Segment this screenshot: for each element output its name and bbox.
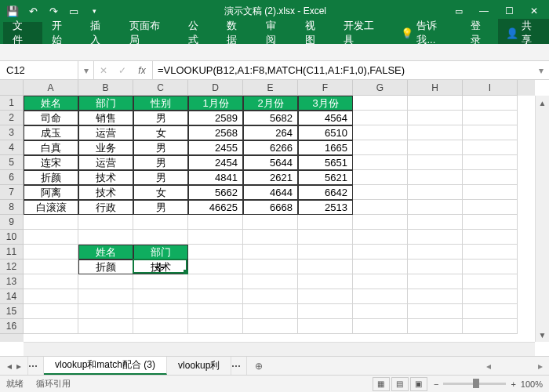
hscroll-left-icon[interactable]: ◂ xyxy=(486,361,491,372)
cell[interactable] xyxy=(188,289,243,304)
hscroll-right-icon[interactable]: ▸ xyxy=(538,361,543,372)
tab-developer[interactable]: 开发工具 xyxy=(334,22,393,44)
nav-prev-icon[interactable]: ◂ xyxy=(7,361,12,372)
col-header-C[interactable]: C xyxy=(133,80,188,96)
cell[interactable] xyxy=(353,304,408,319)
row-header-14[interactable]: 14 xyxy=(0,289,24,304)
cell[interactable] xyxy=(463,319,518,334)
cell[interactable] xyxy=(463,125,518,140)
cell[interactable] xyxy=(133,319,188,334)
qat-dropdown-icon[interactable]: ▾ xyxy=(85,2,104,20)
cell[interactable] xyxy=(408,140,463,155)
cell[interactable]: 女 xyxy=(133,125,188,140)
cell[interactable] xyxy=(463,245,518,260)
cell[interactable] xyxy=(298,215,353,230)
cell[interactable]: 2455 xyxy=(188,140,243,155)
cell[interactable]: 男 xyxy=(133,140,188,155)
vertical-scrollbar[interactable]: ▲ ▼ xyxy=(535,96,549,342)
cell[interactable]: 6510 xyxy=(298,125,353,140)
sheet-tab-other[interactable]: vlookup利 xyxy=(167,357,231,375)
cell[interactable] xyxy=(133,289,188,304)
cell[interactable]: 折颜 xyxy=(78,260,133,274)
cell[interactable] xyxy=(463,289,518,304)
name-box[interactable]: C12 xyxy=(0,61,78,79)
cell[interactable] xyxy=(24,215,78,230)
cell[interactable] xyxy=(243,230,298,245)
tab-data[interactable]: 数据 xyxy=(217,22,256,44)
cell[interactable] xyxy=(463,185,518,200)
cell[interactable] xyxy=(78,289,133,304)
row-header-7[interactable]: 7 xyxy=(0,185,24,200)
scroll-down-icon[interactable]: ▼ xyxy=(536,328,549,342)
row-header-2[interactable]: 2 xyxy=(0,111,24,125)
nav-next-icon[interactable]: ▸ xyxy=(16,361,21,372)
cell[interactable] xyxy=(243,215,298,230)
cell[interactable]: 3月份 xyxy=(298,96,353,111)
cell[interactable]: 运营 xyxy=(78,125,133,140)
cell[interactable]: 2454 xyxy=(188,155,243,170)
cell[interactable] xyxy=(188,274,243,289)
cell[interactable] xyxy=(353,230,408,245)
cell[interactable] xyxy=(188,260,243,274)
cell[interactable]: 成玉 xyxy=(24,125,78,140)
cell[interactable] xyxy=(243,289,298,304)
maximize-icon[interactable]: ☐ xyxy=(497,2,521,20)
tell-me[interactable]: 💡告诉我... xyxy=(393,19,462,47)
col-header-G[interactable]: G xyxy=(353,80,408,96)
cell[interactable] xyxy=(408,170,463,185)
cell[interactable]: 5682 xyxy=(243,111,298,125)
cell[interactable]: 2589 xyxy=(188,111,243,125)
cell[interactable] xyxy=(188,319,243,334)
cell[interactable] xyxy=(408,215,463,230)
cell[interactable] xyxy=(408,304,463,319)
cell[interactable] xyxy=(353,96,408,111)
col-header-E[interactable]: E xyxy=(243,80,298,96)
cell[interactable]: 6668 xyxy=(243,200,298,215)
row-header-11[interactable]: 11 xyxy=(0,245,24,260)
cell[interactable] xyxy=(463,274,518,289)
cell[interactable] xyxy=(353,185,408,200)
undo-icon[interactable]: ↶ xyxy=(24,2,42,20)
cell[interactable] xyxy=(24,274,78,289)
col-header-F[interactable]: F xyxy=(298,80,353,96)
cell[interactable] xyxy=(133,215,188,230)
cell[interactable]: 性别 xyxy=(133,96,188,111)
cell[interactable] xyxy=(463,170,518,185)
cell[interactable] xyxy=(463,260,518,274)
cell[interactable] xyxy=(78,215,133,230)
cell[interactable] xyxy=(408,125,463,140)
cell[interactable]: 264 xyxy=(243,125,298,140)
cell[interactable] xyxy=(243,304,298,319)
new-sheet-button[interactable]: ⊕ xyxy=(247,357,271,375)
cell[interactable] xyxy=(24,230,78,245)
cell[interactable] xyxy=(463,140,518,155)
cell[interactable]: 4564 xyxy=(298,111,353,125)
cell[interactable] xyxy=(463,200,518,215)
cell[interactable] xyxy=(463,96,518,111)
cell[interactable]: 部门 xyxy=(133,245,188,260)
cell[interactable] xyxy=(353,245,408,260)
row-header-1[interactable]: 1 xyxy=(0,96,24,111)
col-header-A[interactable]: A xyxy=(24,80,78,96)
save-icon[interactable]: 💾 xyxy=(3,2,22,20)
cell[interactable]: 技术 xyxy=(78,185,133,200)
cell[interactable] xyxy=(353,260,408,274)
view-normal-icon[interactable]: ▦ xyxy=(373,377,390,391)
cell[interactable]: 2568 xyxy=(188,125,243,140)
cell[interactable] xyxy=(78,304,133,319)
cell[interactable]: 部门 xyxy=(78,96,133,111)
row-header-9[interactable]: 9 xyxy=(0,215,24,230)
cell[interactable] xyxy=(78,319,133,334)
cell[interactable] xyxy=(78,274,133,289)
formula-cancel-icon[interactable]: ✕ xyxy=(94,65,113,76)
cell[interactable] xyxy=(188,215,243,230)
col-header-B[interactable]: B xyxy=(78,80,133,96)
cell[interactable]: 1665 xyxy=(298,140,353,155)
cell[interactable] xyxy=(243,260,298,274)
cell[interactable]: 司命 xyxy=(24,111,78,125)
cell[interactable] xyxy=(24,260,78,274)
cell[interactable] xyxy=(24,304,78,319)
redo-icon[interactable]: ↷ xyxy=(44,2,63,20)
cell[interactable] xyxy=(243,319,298,334)
cell[interactable] xyxy=(408,185,463,200)
